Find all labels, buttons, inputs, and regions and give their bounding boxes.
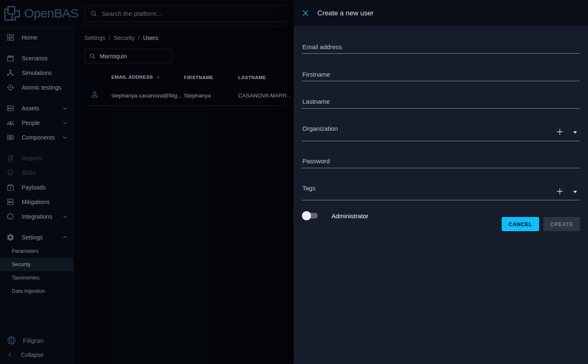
add-organization-button[interactable] (555, 127, 565, 137)
administrator-toggle[interactable] (302, 211, 319, 221)
organization-dropdown-button[interactable] (570, 127, 580, 137)
create-user-drawer: Create a new user Email address Firstnam… (294, 0, 588, 364)
drawer-title: Create a new user (317, 9, 374, 17)
field-label: Firstname (302, 71, 330, 78)
close-drawer-button[interactable] (299, 7, 311, 19)
plus-icon (555, 127, 564, 136)
tags-field[interactable]: Tags (302, 184, 580, 200)
field-label: Email address (302, 43, 342, 50)
add-tag-button[interactable] (555, 186, 565, 196)
field-label: Password (302, 157, 330, 165)
cancel-button[interactable]: CANCEL (502, 217, 539, 231)
close-icon (302, 9, 309, 17)
password-field[interactable]: Password (302, 157, 580, 168)
administrator-label: Administrator (332, 212, 368, 219)
caret-down-icon (570, 187, 580, 196)
toggle-thumb (302, 211, 311, 220)
field-label: Lastname (302, 98, 330, 105)
drawer-header: Create a new user (294, 0, 588, 26)
create-button: CREATE (543, 217, 580, 231)
firstname-field[interactable]: Firstname (302, 71, 580, 81)
email-address-field[interactable]: Email address (302, 43, 580, 54)
organization-field[interactable]: Organization (302, 124, 580, 141)
drawer-actions: CANCEL CREATE (502, 217, 580, 231)
caret-down-icon (570, 127, 580, 137)
lastname-field[interactable]: Lastname (302, 98, 580, 109)
plus-icon (555, 187, 564, 196)
administrator-toggle-row: Administrator (302, 210, 368, 222)
field-label: Tags (302, 184, 316, 192)
openbas-app: OpenBAS Home Scenarios (0, 0, 588, 364)
tags-dropdown-button[interactable] (570, 187, 580, 196)
field-label: Organization (302, 125, 338, 132)
